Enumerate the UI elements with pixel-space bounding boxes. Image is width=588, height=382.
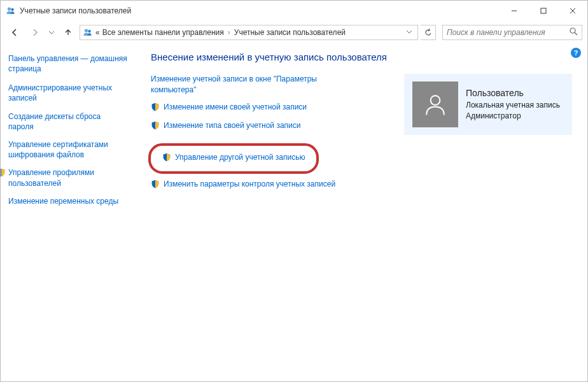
user-account-type: Локальная учетная запись [466,100,560,111]
sidebar-link-certificates[interactable]: Управление сертификатами шифрования файл… [8,139,128,160]
shield-icon [162,153,171,165]
close-button[interactable] [558,1,587,21]
actions-list: Изменение учетной записи в окне "Парамет… [151,74,389,198]
content-area: ? Панель управления — домашняя страница … [1,44,587,222]
chevron-right-icon: › [228,28,230,37]
address-dropdown[interactable] [403,28,415,37]
action-label: Управление другой учетной записью [175,152,305,163]
action-label: Изменение имени своей учетной записи [164,102,307,113]
maximize-button[interactable] [529,1,558,21]
sidebar-link-admin-accounts[interactable]: Администрирование учетных записей [8,83,128,103]
user-role: Администратор [466,111,560,122]
forward-button[interactable] [26,24,44,41]
window-title: Учетные записи пользователей [20,6,500,15]
breadcrumb-item[interactable]: Учетные записи пользователей [234,28,346,37]
refresh-button[interactable] [421,25,436,40]
help-icon[interactable]: ? [571,48,581,58]
search-icon[interactable] [570,27,578,38]
shield-icon [151,121,160,133]
app-icon [6,6,16,16]
address-bar[interactable]: « Все элементы панели управления › Учетн… [80,25,418,40]
action-label: Изменить параметры контроля учетных запи… [164,179,335,190]
sidebar-link-profiles[interactable]: Управление профилями пользователей [8,167,128,188]
page-heading: Внесение изменений в учетную запись поль… [151,52,572,62]
action-label: Изменение учетной записи в окне "Парамет… [151,74,329,96]
shield-icon [151,103,160,115]
user-card[interactable]: Пользователь Локальная учетная запись Ад… [404,74,572,135]
action-change-in-settings[interactable]: Изменение учетной записи в окне "Парамет… [151,74,389,96]
svg-rect-6 [541,8,546,13]
shield-icon [151,180,160,192]
svg-line-10 [575,32,577,35]
user-name: Пользователь [466,87,560,100]
recent-dropdown[interactable] [46,24,57,41]
action-label: Изменение типа своей учетной записи [164,120,300,131]
search-box[interactable] [442,25,582,40]
sidebar-link-reset-disk[interactable]: Создание дискеты сброса пароля [8,111,128,132]
action-change-name[interactable]: Изменение имени своей учетной записи [151,102,389,115]
user-info: Пользователь Локальная учетная запись Ад… [466,87,560,121]
up-button[interactable] [59,24,77,41]
action-uac-settings[interactable]: Изменить параметры контроля учетных запи… [151,179,389,192]
avatar [412,81,458,127]
svg-point-11 [431,96,440,105]
sidebar-link-env-vars[interactable]: Изменение переменных среды [8,196,128,206]
main-panel: Внесение изменений в учетную запись поль… [136,52,572,214]
sidebar-link-label: Управление профилями пользователей [8,168,94,187]
sidebar: Панель управления — домашняя страница Ад… [8,52,136,214]
address-bar-row: « Все элементы панели управления › Учетн… [1,21,587,44]
svg-point-9 [570,28,575,33]
action-change-type[interactable]: Изменение типа своей учетной записи [151,120,389,133]
breadcrumb-prefix: « [95,28,100,37]
search-input[interactable] [447,26,570,39]
breadcrumb-item[interactable]: Все элементы панели управления [102,28,224,37]
back-button[interactable] [6,24,24,41]
sidebar-home-link[interactable]: Панель управления — домашняя страница [8,54,128,74]
titlebar: Учетные записи пользователей [1,1,587,21]
shield-icon [0,168,6,180]
minimize-button[interactable] [500,1,529,21]
action-manage-other-account[interactable]: Управление другой учетной записью [148,143,319,174]
